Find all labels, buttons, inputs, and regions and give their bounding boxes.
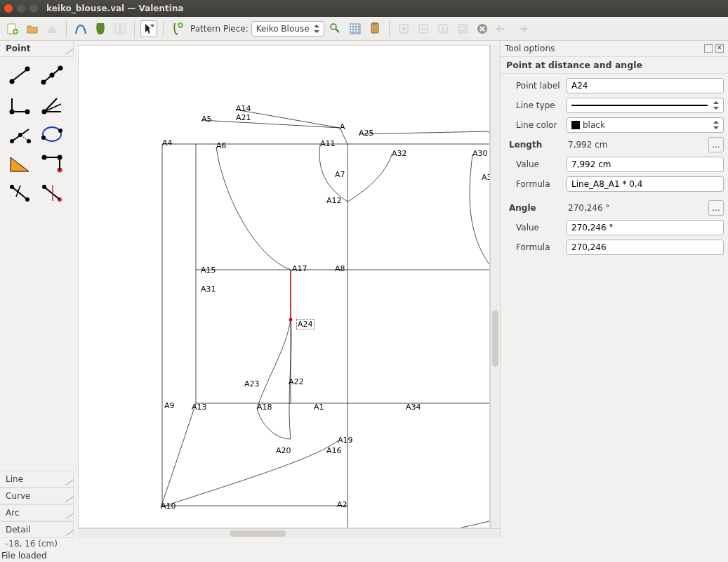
length-static: 7,992 cm [567, 140, 704, 150]
point-label-A1[interactable]: A1 [314, 403, 324, 412]
open-file-button[interactable] [24, 20, 41, 37]
point-label-A17[interactable]: A17 [292, 264, 307, 273]
zoom-original-button[interactable]: 1 [435, 20, 451, 37]
tab-line[interactable]: Line [0, 471, 74, 488]
svg-line-51 [44, 187, 60, 200]
point-label-A31[interactable]: A31 [201, 285, 216, 294]
main-toolbar: Pattern Piece: Keiko Blouse 1 [0, 17, 728, 41]
point-label-A24[interactable]: A24 [296, 319, 315, 329]
length-formula-expand-button[interactable]: … [708, 137, 724, 152]
angle-formula-input[interactable] [567, 240, 724, 255]
point-label-A11[interactable]: A11 [320, 139, 336, 148]
svg-point-37 [43, 127, 61, 141]
horizontal-scrollbar[interactable] [78, 528, 500, 538]
tab-detail[interactable]: Detail [0, 521, 74, 538]
point-label-A20[interactable]: A20 [276, 446, 291, 455]
pointer-tool-button[interactable] [140, 20, 157, 37]
tab-curve[interactable]: Curve [0, 488, 74, 504]
point-label-A16[interactable]: A16 [326, 446, 342, 455]
point-label-A2[interactable]: A2 [337, 500, 348, 509]
point-label-A[interactable]: A [340, 122, 345, 131]
point-label-A7[interactable]: A7 [335, 170, 345, 179]
point-label-A18[interactable]: A18 [257, 403, 272, 412]
new-pattern-piece-button[interactable] [169, 20, 186, 37]
pattern-piece-label: Pattern Piece: [190, 24, 249, 34]
point-label-A12[interactable]: A12 [326, 196, 342, 205]
tool-height[interactable] [6, 181, 34, 206]
svg-point-54 [289, 318, 293, 322]
pattern-piece-select[interactable]: Keiko Blouse [251, 21, 324, 37]
angle-formula-label: Formula [505, 242, 562, 252]
vertical-scrollbar[interactable] [490, 45, 500, 528]
line-type-select[interactable] [567, 98, 724, 113]
tool-shoulder[interactable] [6, 122, 34, 147]
point-label-A10[interactable]: A10 [161, 502, 176, 511]
point-label-input[interactable] [567, 78, 724, 93]
angle-value-label: Value [505, 223, 562, 233]
config-pattern-button[interactable] [327, 20, 344, 37]
window-maximize-button[interactable] [29, 4, 38, 13]
detail-mode-button[interactable] [92, 20, 109, 37]
drawing-canvas[interactable]: AA1A2A3A4A5A6A7A8A9A10A11A12A13A14A15A16… [78, 45, 490, 528]
point-label-A19[interactable]: A19 [338, 436, 353, 445]
tool-along-line[interactable] [38, 63, 66, 88]
layout-mode-button[interactable] [112, 20, 128, 37]
point-label-A32[interactable]: A32 [392, 149, 407, 158]
point-label-A34[interactable]: A34 [406, 403, 421, 412]
tool-bisector[interactable] [38, 92, 66, 117]
stop-button[interactable] [474, 20, 491, 37]
tool-line-intersect-axis[interactable] [38, 181, 66, 206]
angle-static: 270,246 ° [567, 203, 704, 213]
window-close-button[interactable] [4, 4, 13, 13]
tab-arc[interactable]: Arc [0, 504, 74, 521]
window-minimize-button[interactable] [17, 4, 25, 13]
point-label-A23[interactable]: A23 [244, 379, 260, 388]
panel-close-icon[interactable]: ✕ [715, 44, 724, 53]
point-label-A21[interactable]: A21 [236, 113, 251, 122]
panel-float-icon[interactable] [704, 44, 713, 53]
redo-button[interactable] [513, 20, 530, 37]
svg-point-39 [58, 129, 62, 133]
tab-point[interactable]: Point [0, 41, 74, 57]
table-button[interactable] [347, 20, 364, 37]
length-heading: Length [505, 140, 562, 150]
point-label-A4[interactable]: A4 [162, 138, 173, 148]
new-file-button[interactable] [4, 20, 21, 37]
point-label-A9[interactable]: A9 [164, 401, 175, 410]
undo-button[interactable] [494, 20, 510, 37]
svg-rect-8 [371, 23, 378, 33]
tool-normal[interactable] [6, 92, 34, 117]
angle-value-input[interactable] [567, 220, 724, 235]
history-button[interactable] [366, 20, 383, 37]
point-label-A30[interactable]: A30 [472, 149, 488, 158]
line-color-select[interactable]: black [567, 117, 724, 133]
point-label-A14[interactable]: A14 [236, 104, 251, 113]
svg-rect-15 [461, 27, 465, 31]
svg-line-23 [44, 68, 60, 82]
point-label-A8[interactable]: A8 [335, 264, 345, 273]
draw-mode-button[interactable] [72, 20, 89, 37]
point-label-label: Point label [505, 81, 562, 91]
length-value-input[interactable] [567, 157, 724, 172]
point-label-A22[interactable]: A22 [289, 377, 304, 386]
point-label-A25[interactable]: A25 [359, 129, 374, 138]
toolbar-separator [163, 21, 164, 37]
tool-point-of-contact[interactable] [38, 122, 66, 147]
point-label-A15[interactable]: A15 [201, 266, 216, 275]
point-label-A13[interactable]: A13 [192, 403, 207, 412]
tool-point-intersection[interactable] [38, 151, 66, 176]
angle-formula-expand-button[interactable]: … [708, 200, 724, 216]
tool-triangle[interactable] [6, 151, 34, 176]
point-label-A35[interactable]: A35 [482, 173, 490, 182]
point-label-A5[interactable]: A5 [201, 115, 212, 124]
tool-endline[interactable] [6, 63, 34, 88]
panel-header: Tool options [505, 44, 701, 53]
zoom-in-button[interactable] [395, 20, 412, 37]
length-formula-input[interactable] [567, 176, 724, 192]
line-type-label: Line type [505, 100, 562, 110]
zoom-out-button[interactable] [415, 20, 432, 37]
svg-rect-2 [48, 31, 56, 33]
save-file-button[interactable] [44, 20, 60, 37]
zoom-fit-button[interactable] [454, 20, 471, 37]
point-label-A6[interactable]: A6 [216, 141, 227, 150]
